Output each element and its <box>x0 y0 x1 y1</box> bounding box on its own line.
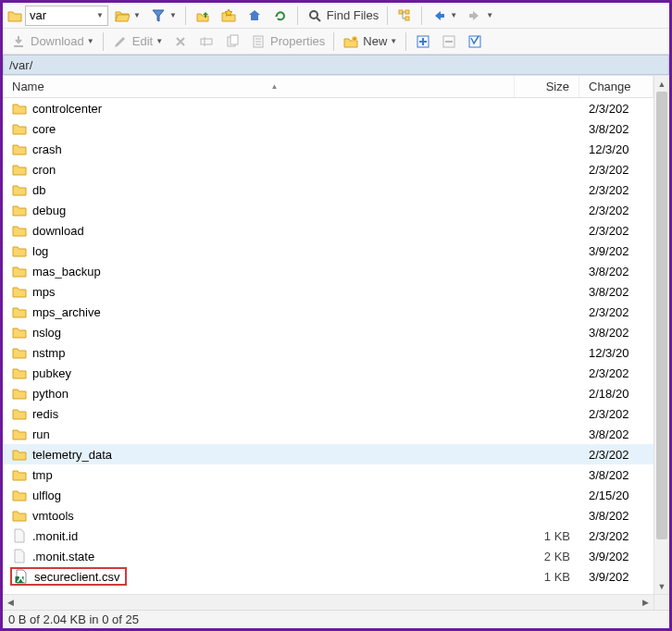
table-row[interactable]: run3/8/202 <box>3 424 653 444</box>
tree-button[interactable] <box>392 6 417 26</box>
current-folder-icon <box>6 7 23 24</box>
table-row[interactable]: pubkey2/3/202 <box>3 363 653 383</box>
table-row[interactable]: db2/3/202 <box>3 179 653 200</box>
refresh-button[interactable] <box>268 6 292 26</box>
minus-icon <box>441 33 457 50</box>
file-name: log <box>32 244 48 258</box>
table-row[interactable]: cron2/3/202 <box>3 159 653 179</box>
combo-dropdown-icon[interactable]: ▼ <box>96 11 104 19</box>
expand-button[interactable] <box>411 31 435 52</box>
filter-button[interactable]: ▼ <box>146 6 180 26</box>
file-name: pubkey <box>32 366 71 380</box>
file-name: nslog <box>32 326 61 340</box>
toolbar-actions: Download▼ Edit▼ Properties New▼ <box>3 29 669 55</box>
column-size[interactable]: Size <box>515 76 579 97</box>
table-row[interactable]: crash12/3/20 <box>3 139 653 159</box>
file-changed: 3/8/202 <box>579 122 653 136</box>
column-name[interactable]: Name▲ <box>3 76 515 97</box>
folder-icon <box>12 223 27 238</box>
file-changed: 3/8/202 <box>579 427 653 441</box>
table-row[interactable]: telemetry_data2/3/202 <box>3 444 653 464</box>
table-row[interactable]: mps3/8/202 <box>3 281 653 302</box>
table-row[interactable]: python2/18/20 <box>3 383 653 403</box>
scroll-down-icon[interactable]: ▼ <box>654 578 669 594</box>
table-row[interactable]: tmp3/8/202 <box>3 464 653 485</box>
new-folder-icon <box>342 33 359 50</box>
forward-button[interactable]: ▼ <box>463 6 497 26</box>
path-combo-input[interactable] <box>30 8 76 22</box>
file-name: debug <box>32 204 66 217</box>
back-icon <box>430 7 447 24</box>
folder-icon <box>12 284 27 299</box>
scroll-up-icon[interactable]: ▲ <box>654 76 669 92</box>
open-folder-button[interactable]: ▼ <box>110 6 144 26</box>
file-name: crash <box>32 142 62 156</box>
file-size: 2 KB <box>515 550 579 563</box>
table-row[interactable]: secureclient.csv1 KB3/9/202 <box>3 566 653 587</box>
file-changed: 2/3/202 <box>579 448 653 462</box>
table-row[interactable]: .monit.id1 KB2/3/202 <box>3 526 653 546</box>
table-row[interactable]: .monit.state2 KB3/9/202 <box>3 546 653 566</box>
file-changed: 12/3/20 <box>579 346 653 360</box>
file-changed: 2/3/202 <box>579 204 653 217</box>
scroll-track[interactable] <box>654 92 669 578</box>
new-button[interactable]: New▼ <box>339 31 401 52</box>
file-name: redis <box>32 407 58 421</box>
table-row[interactable]: core3/8/202 <box>3 118 653 139</box>
properties-button[interactable]: Properties <box>246 31 329 52</box>
edit-button[interactable]: Edit▼ <box>108 31 167 52</box>
new-label: New <box>362 34 387 48</box>
collapse-button[interactable] <box>437 31 461 52</box>
table-row[interactable]: ulflog2/15/20 <box>3 485 653 505</box>
scroll-left-icon[interactable]: ◀ <box>3 595 19 610</box>
table-row[interactable]: vmtools3/8/202 <box>3 505 653 526</box>
home-button[interactable] <box>243 6 267 26</box>
path-combo[interactable]: ▼ <box>25 6 108 26</box>
file-changed: 12/3/20 <box>579 142 653 156</box>
edit-icon <box>112 33 129 50</box>
select-all-button[interactable] <box>463 31 487 52</box>
bookmark-icon <box>220 7 237 24</box>
file-name: download <box>32 224 84 238</box>
refresh-icon <box>272 7 289 24</box>
file-name: tmp <box>32 468 53 482</box>
path-bar[interactable]: /var/ <box>3 55 669 75</box>
scroll-thumb[interactable] <box>656 92 667 539</box>
find-files-button[interactable]: Find Files <box>303 6 382 26</box>
vertical-scrollbar[interactable]: ▲ ▼ <box>653 76 669 594</box>
bookmark-button[interactable] <box>217 6 241 26</box>
parent-dir-button[interactable] <box>191 6 215 26</box>
table-row[interactable]: download2/3/202 <box>3 220 653 241</box>
table-row[interactable]: nslog3/8/202 <box>3 322 653 342</box>
table-row[interactable]: debug2/3/202 <box>3 200 653 220</box>
file-name: telemetry_data <box>32 448 112 462</box>
copy-icon <box>224 33 241 50</box>
rename-icon <box>198 33 215 50</box>
delete-button[interactable] <box>168 31 193 52</box>
status-bar: 0 B of 2.04 KB in 0 of 25 <box>3 610 669 628</box>
table-row[interactable]: log3/9/202 <box>3 241 653 261</box>
home-icon <box>246 7 263 24</box>
file-changed: 2/3/202 <box>579 529 653 543</box>
table-row[interactable]: redis2/3/202 <box>3 403 653 424</box>
rename-button[interactable] <box>194 31 218 52</box>
horizontal-scrollbar[interactable]: ◀ ▶ <box>3 594 653 610</box>
scroll-right-icon[interactable]: ▶ <box>638 595 653 610</box>
csv-icon <box>14 569 29 584</box>
column-changed[interactable]: Change <box>579 76 653 97</box>
back-button[interactable]: ▼ <box>427 6 461 26</box>
file-changed: 2/3/202 <box>579 224 653 238</box>
folder-icon <box>12 427 27 441</box>
hscroll-track[interactable] <box>19 595 638 610</box>
file-changed: 2/3/202 <box>579 102 653 116</box>
table-row[interactable]: controlcenter2/3/202 <box>3 98 653 118</box>
table-row[interactable]: nstmp12/3/20 <box>3 342 653 363</box>
table-row[interactable]: mas_backup3/8/202 <box>3 261 653 281</box>
download-button[interactable]: Download▼ <box>6 31 98 52</box>
table-row[interactable]: mps_archive2/3/202 <box>3 302 653 322</box>
file-changed: 2/3/202 <box>579 305 653 319</box>
copy-button[interactable] <box>220 31 244 52</box>
file-name: run <box>32 427 50 441</box>
toolbar-navigation: ▼ ▼ ▼ Find Files ▼ ▼ <box>3 3 669 29</box>
folder-icon <box>12 264 27 278</box>
